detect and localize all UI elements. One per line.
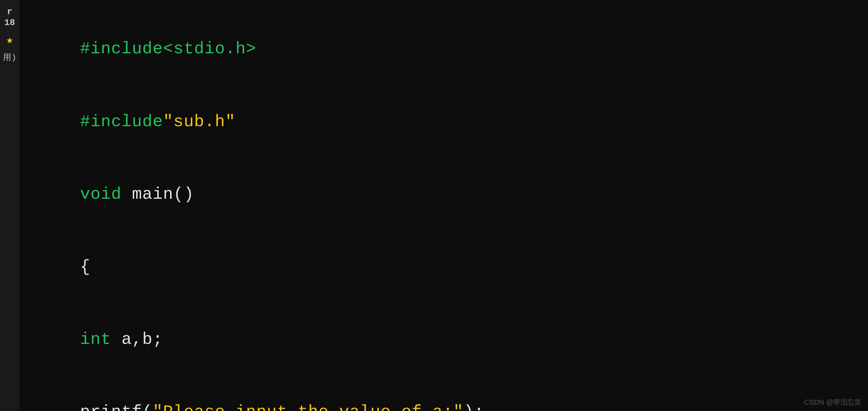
include-lib-1: <stdio.h> (163, 39, 256, 59)
include-keyword-2: #include (80, 112, 163, 131)
declaration-vars: a,b; (111, 330, 163, 349)
keyword-void: void (80, 185, 122, 204)
code-line-4: { (38, 231, 849, 303)
sidebar-label-r18: r 18 (0, 6, 19, 28)
sidebar-label-yong: 用) (3, 52, 17, 63)
printf-call-1: printf( (80, 403, 153, 411)
include-lib-2: "sub.h" (163, 112, 236, 131)
code-line-1: #include<stdio.h> (38, 13, 849, 85)
sidebar: r 18 ★ 用) (0, 0, 19, 411)
code-line-5: int a,b; (38, 303, 849, 376)
sidebar-star-icon: ★ (6, 33, 13, 47)
csdn-watermark: CSDN @带泪忘笑 (804, 398, 862, 407)
printf-close-1: ); (464, 403, 485, 411)
code-line-6: printf("Please input the value of a:"); (38, 376, 849, 411)
open-brace: { (80, 258, 90, 276)
space-1 (122, 185, 132, 204)
code-area: #include<stdio.h> #include"sub.h" void m… (19, 0, 868, 411)
code-line-2: #include"sub.h" (38, 85, 849, 158)
printf-string-1: "Please input the value of a:" (153, 403, 464, 411)
include-keyword-1: #include (80, 39, 163, 59)
func-main: main() (132, 185, 194, 204)
code-line-3: void main() (38, 158, 849, 231)
keyword-int: int (80, 330, 111, 349)
